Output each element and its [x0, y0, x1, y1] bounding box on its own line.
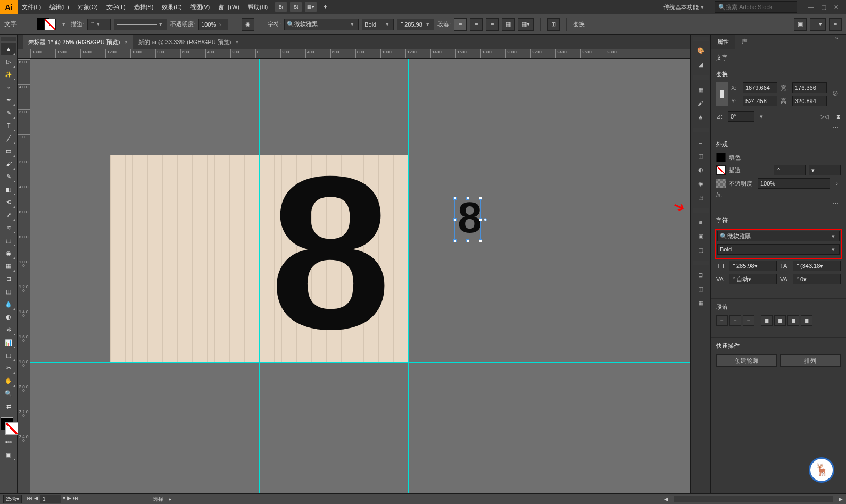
glyph-large[interactable]: 8 [270, 168, 391, 338]
menu-edit[interactable]: 编辑(E) [45, 0, 73, 14]
close-tab-icon[interactable]: × [235, 39, 238, 45]
curvature-tool[interactable]: ✎ [1, 106, 16, 119]
zoom-tool[interactable]: 🔍 [1, 387, 16, 400]
hand-tool[interactable]: ✋ [1, 374, 16, 387]
arrange-button[interactable]: 排列 [780, 354, 841, 367]
menu-view[interactable]: 视图(V) [186, 0, 214, 14]
draw-mode[interactable]: ▪▫▫ [1, 435, 16, 448]
last-artboard-icon[interactable]: ⏭ [73, 495, 78, 503]
pathfinder-icon[interactable]: ◫ [693, 282, 708, 296]
envelope-mesh-button[interactable]: ▦▾ [518, 18, 534, 31]
constrain-proportions-icon[interactable]: ⊘ [830, 82, 841, 104]
guide-vertical[interactable] [326, 59, 326, 493]
menu-help[interactable]: 帮助(H) [244, 0, 272, 14]
transform-link[interactable]: 变换 [573, 20, 585, 28]
leading-prop[interactable]: ⌃ (343.18 ▾ [793, 261, 841, 271]
more-options-icon[interactable]: ⋯ [716, 287, 841, 294]
shape-builder-tool[interactable]: ◉ [1, 247, 16, 259]
rotate-field[interactable]: 0° [728, 111, 754, 122]
font-size-field[interactable]: ⌃ 285.98▾ [397, 19, 434, 30]
opacity-swatch-icon[interactable] [716, 179, 726, 188]
color-guide-icon[interactable]: ◢ [693, 57, 708, 71]
gradient-panel-icon[interactable]: ◫ [693, 149, 708, 163]
menu-effect[interactable]: 效果(C) [157, 0, 186, 14]
height-field[interactable]: 320.894 [792, 96, 827, 106]
stroke-panel-icon[interactable]: ≡ [693, 135, 708, 149]
status-menu-icon[interactable]: ▸ [169, 496, 171, 502]
align-center-button[interactable]: ≡ [470, 18, 483, 31]
selection-bounding-box[interactable]: 8 [454, 198, 481, 241]
horizontal-scrollbar[interactable] [674, 496, 833, 502]
toolbox-handle[interactable] [1, 37, 16, 41]
symbols-panel-icon[interactable]: ♣ [693, 110, 708, 124]
more-options-icon[interactable]: ⋯ [716, 326, 841, 333]
first-artboard-icon[interactable]: ⏮ [27, 495, 32, 503]
selection-tool[interactable]: ▲ [1, 43, 16, 55]
doc-tab-active[interactable]: 未标题-1* @ 25% (RGB/GPU 预览)× [23, 35, 133, 49]
width-tool[interactable]: ≋ [1, 221, 16, 234]
fill-swatch-prop[interactable] [716, 153, 726, 162]
x-field[interactable]: 1679.664 [743, 82, 777, 93]
scroll-left-icon[interactable]: ◀ [664, 496, 668, 502]
recolor-button[interactable]: ◉ [242, 18, 254, 31]
align-right-button[interactable]: ≡ [486, 18, 499, 31]
width-field[interactable]: 176.366 [792, 82, 827, 93]
symbol-sprayer-tool[interactable]: ✲ [1, 323, 16, 336]
tab-libraries[interactable]: 库 [735, 35, 754, 49]
stroke-profile-field[interactable]: ▾ [114, 19, 167, 30]
guide-vertical[interactable] [259, 59, 260, 493]
type-tool[interactable]: T [1, 119, 16, 132]
create-outlines-button[interactable]: 创建轮廓 [716, 354, 777, 367]
workspace-selector[interactable]: 传统基本功能▾ [658, 0, 711, 14]
para-justify-right[interactable]: ≣ [787, 315, 799, 326]
menu-type[interactable]: 文字(T) [102, 0, 130, 14]
flip-v-icon[interactable]: ⧗ [836, 113, 841, 120]
isolate-button[interactable]: ▣ [794, 18, 807, 31]
stroke-weight-field[interactable]: ⌃▾ [87, 19, 111, 30]
tracking-prop[interactable]: ⌃ 0 ▾ [793, 274, 841, 284]
kerning-prop[interactable]: ⌃ 自动 ▾ [729, 274, 777, 284]
guide-horizontal[interactable] [30, 256, 690, 256]
more-options-icon[interactable]: ⋯ [716, 200, 841, 207]
fx-button[interactable]: fx. [716, 191, 723, 198]
doc-tab-inactive[interactable]: 新的.ai @ 33.33% (RGB/GPU 预览)× [133, 35, 244, 49]
stroke-swatch[interactable] [44, 19, 56, 30]
magic-wand-tool[interactable]: ✨ [1, 68, 16, 81]
slice-tool[interactable]: ✂ [1, 362, 16, 374]
menu-object[interactable]: 对象(O) [73, 0, 102, 14]
ruler-vertical[interactable]: 6 0 04 0 02 0 002 0 04 0 06 0 08 0 01 0 … [18, 59, 30, 493]
swatches-panel-icon[interactable]: ▦ [693, 82, 708, 96]
stock-icon[interactable]: St [290, 2, 302, 12]
para-justify-left[interactable]: ≣ [761, 315, 773, 326]
maximize-icon[interactable]: ▢ [821, 4, 826, 11]
prev-artboard-icon[interactable]: ◀ [34, 495, 38, 503]
gradient-tool[interactable]: ◫ [1, 285, 16, 298]
stroke-color[interactable] [5, 422, 18, 435]
lasso-tool[interactable]: ⍎ [1, 81, 16, 94]
stroke-weight-prop[interactable]: ⌃ [774, 165, 806, 175]
canvas[interactable]: 8 8 [30, 59, 690, 493]
stroke-swatch-prop[interactable] [716, 165, 726, 175]
font-weight-prop[interactable]: Bold▾ [717, 244, 840, 255]
ruler-origin[interactable] [18, 49, 30, 59]
panel-handle[interactable] [693, 128, 709, 132]
opacity-field-prop[interactable]: 100% [758, 178, 830, 189]
opacity-field[interactable]: 100%› [198, 19, 228, 30]
bridge-icon[interactable]: Br [275, 2, 287, 12]
minimize-icon[interactable]: — [808, 4, 814, 11]
fill-color[interactable] [1, 417, 13, 430]
perspective-tool[interactable]: ▦ [1, 259, 16, 272]
arrange-docs-icon[interactable]: ▦▾ [305, 2, 317, 12]
toggle-fill-stroke[interactable]: ⇄ [1, 400, 16, 413]
tab-properties[interactable]: 属性 [711, 35, 735, 49]
artboards-panel-icon[interactable]: ▢ [693, 243, 708, 257]
font-family-prop[interactable]: 🔍 微软雅黑▾ [717, 231, 840, 241]
para-justify-all[interactable]: ≣ [801, 315, 812, 326]
menu-select[interactable]: 选择(S) [130, 0, 158, 14]
gpu-icon[interactable]: ✈ [320, 2, 331, 12]
panel-handle[interactable] [693, 261, 709, 265]
artboard-dropdown-icon[interactable]: ▾ [63, 495, 65, 503]
menu-window[interactable]: 窗口(W) [214, 0, 244, 14]
para-justify-center[interactable]: ≣ [774, 315, 786, 326]
zoom-field[interactable]: 25% ▾ [3, 495, 22, 503]
